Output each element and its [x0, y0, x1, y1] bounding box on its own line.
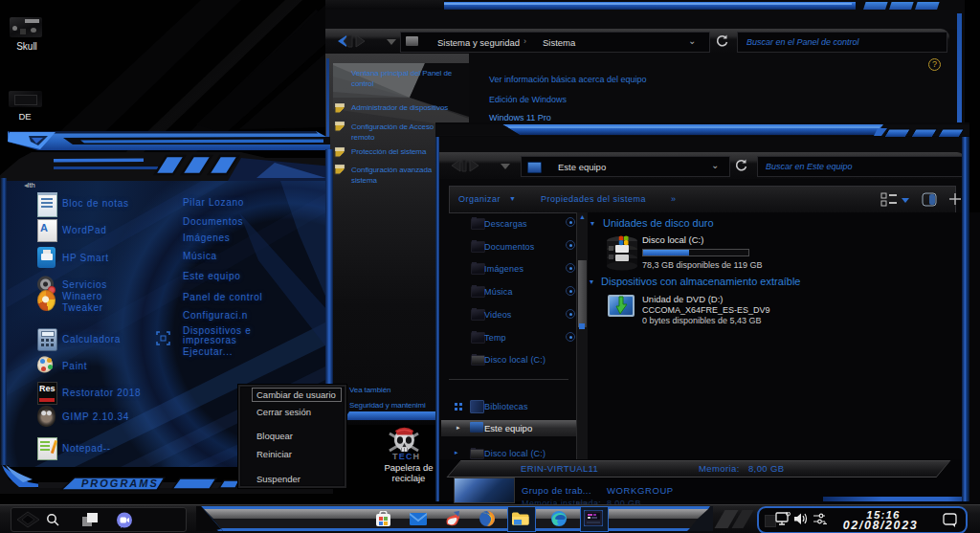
- svg-text:PROGRAMS: PROGRAMS: [81, 477, 159, 489]
- svg-text:TECH: TECH: [392, 452, 420, 461]
